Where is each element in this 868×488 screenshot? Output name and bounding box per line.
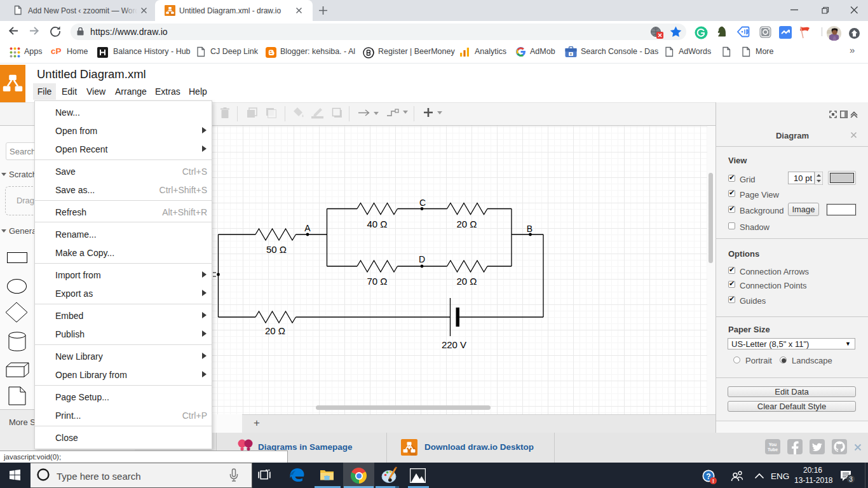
svg-text:!: ! bbox=[712, 478, 714, 484]
svg-text:220 V: 220 V bbox=[442, 339, 466, 350]
svg-text:You: You bbox=[769, 442, 777, 447]
svg-text:20 Ω: 20 Ω bbox=[265, 325, 285, 336]
svg-text:50 Ω: 50 Ω bbox=[266, 244, 287, 255]
svg-text:D: D bbox=[419, 254, 425, 264]
svg-text:C: C bbox=[419, 198, 426, 208]
svg-text:20 Ω: 20 Ω bbox=[456, 276, 477, 287]
svg-text:40 Ω: 40 Ω bbox=[367, 219, 387, 229]
svg-text:A: A bbox=[304, 223, 311, 233]
svg-text:70 Ω: 70 Ω bbox=[367, 276, 387, 287]
svg-text:Tube: Tube bbox=[768, 447, 778, 452]
svg-text:20 Ω: 20 Ω bbox=[456, 219, 477, 229]
svg-text:B: B bbox=[527, 224, 532, 234]
